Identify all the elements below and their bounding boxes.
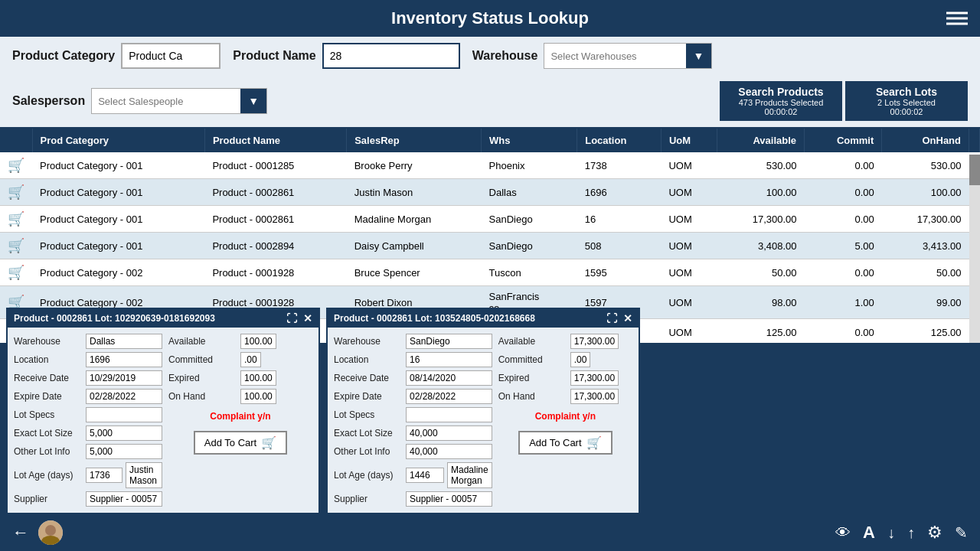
lot-popup-2-supplier-row: Supplier Supplier - 00057 bbox=[334, 491, 492, 507]
cart-cell[interactable]: 🛒 bbox=[0, 259, 32, 286]
font-icon[interactable]: A bbox=[863, 523, 875, 543]
product-name-cell: Product - 0001928 bbox=[204, 259, 346, 286]
prod-category-cell: Product Category - 001 bbox=[32, 152, 204, 179]
salesperson-input[interactable] bbox=[92, 89, 240, 113]
hamburger-menu[interactable] bbox=[946, 12, 968, 25]
up-arrow-icon[interactable]: ↑ bbox=[907, 524, 915, 542]
warehouse-dropdown-arrow[interactable]: ▼ bbox=[686, 44, 712, 68]
table-row: 🛒 Product Category - 001 Product - 00028… bbox=[0, 206, 980, 233]
warehouse-select[interactable]: ▼ bbox=[544, 43, 712, 69]
lot-popup-2-lotage-row: Lot Age (days) 1446 Madaline Morgan bbox=[334, 462, 492, 488]
lot-popup-2-committed-value: .00 bbox=[570, 352, 591, 367]
salesrep-cell: Justin Mason bbox=[347, 179, 482, 206]
app-header: Inventory Status Lookup bbox=[0, 0, 980, 37]
lot-popup-2-expired-value: 17,300.00 bbox=[570, 370, 619, 386]
lot-popup-1-add-to-cart-button[interactable]: Add To Cart 🛒 bbox=[194, 431, 287, 455]
settings-icon[interactable]: ⚙ bbox=[927, 523, 942, 543]
warehouse-label-2: Warehouse bbox=[334, 336, 403, 347]
location-cell: 16 bbox=[577, 206, 662, 233]
commit-cell: 1.00 bbox=[805, 286, 882, 319]
lot-popup-1-title: Product - 0002861 Lot: 102920639-0181692… bbox=[14, 313, 215, 324]
bottom-bar-left: ← bbox=[12, 520, 63, 545]
product-category-group: Product Category bbox=[12, 43, 220, 69]
product-name-label: Product Name bbox=[233, 49, 315, 63]
lot-popup-2-warehouse-row: Warehouse SanDiego bbox=[334, 334, 492, 349]
lot-popup-1-supplier-value: Supplier - 00057 bbox=[86, 491, 162, 507]
available-label-2: Available bbox=[498, 336, 567, 347]
lot-popup-1-available-row: Available 100.00 bbox=[168, 334, 276, 349]
committed-label: Committed bbox=[168, 354, 237, 365]
app-title: Inventory Status Lookup bbox=[391, 8, 589, 28]
lot-popup-1-warehouse-row: Warehouse Dallas bbox=[14, 334, 162, 349]
product-name-cell: Product - 0002894 bbox=[204, 233, 346, 259]
lot-popup-2-add-to-cart-button[interactable]: Add To Cart 🛒 bbox=[518, 431, 612, 455]
product-category-input[interactable] bbox=[121, 43, 220, 69]
lot-popup-1-complaint-text: Complaint y/n bbox=[210, 411, 270, 422]
lot-popup-1-right: Available 100.00 Committed .00 Expired 1… bbox=[168, 334, 312, 507]
whs-cell: SanDiego bbox=[482, 206, 577, 233]
warehouse-input[interactable] bbox=[544, 44, 685, 68]
lot-popup-2-close-icon[interactable]: ✕ bbox=[623, 312, 632, 324]
salesperson-select[interactable]: ▼ bbox=[91, 88, 267, 114]
col-uom: UoM bbox=[661, 129, 717, 152]
col-location: Location bbox=[577, 129, 662, 152]
product-name-input[interactable] bbox=[322, 43, 460, 69]
salesperson-group: Salesperson ▼ bbox=[12, 88, 267, 114]
salesperson-dropdown-arrow[interactable]: ▼ bbox=[240, 89, 266, 113]
cart-cell[interactable]: 🛒 bbox=[0, 152, 32, 179]
eye-icon[interactable]: 👁 bbox=[835, 524, 851, 542]
lot-popup-1-close-icon[interactable]: ✕ bbox=[303, 312, 312, 324]
whs-cell: Phoenix bbox=[482, 152, 577, 179]
prod-category-cell: Product Category - 002 bbox=[32, 259, 204, 286]
lot-popup-1-available-value: 100.00 bbox=[240, 334, 276, 349]
lotage-label-2: Lot Age (days) bbox=[334, 470, 403, 481]
table-row: 🛒 Product Category - 001 Product - 00012… bbox=[0, 152, 980, 179]
lot-popup-1-icons: ⛶ ✕ bbox=[286, 312, 312, 324]
product-name-group: Product Name bbox=[233, 43, 459, 69]
exactlotsize-label: Exact Lot Size bbox=[14, 428, 83, 439]
receivedate-label-2: Receive Date bbox=[334, 373, 403, 383]
cart-cell[interactable]: 🛒 bbox=[0, 179, 32, 206]
lot-popup-2-onhand-row: On Hand 17,300.00 bbox=[498, 389, 619, 404]
available-cell: 530.00 bbox=[717, 152, 805, 179]
edit-icon[interactable]: ✎ bbox=[955, 523, 968, 542]
lot-popup-2-location-row: Location 16 bbox=[334, 352, 492, 367]
back-button[interactable]: ← bbox=[12, 523, 29, 543]
search-lots-label: Search Lots bbox=[876, 86, 937, 98]
scrollbar-thumb[interactable] bbox=[969, 155, 980, 185]
exactlotsize-label-2: Exact Lot Size bbox=[334, 428, 403, 439]
cart-cell[interactable]: 🛒 bbox=[0, 206, 32, 233]
lot-popup-2-otherlotinfo-row: Other Lot Info 40,000 bbox=[334, 444, 492, 459]
lot-popup-2-left: Warehouse SanDiego Location 16 Receive D… bbox=[334, 334, 492, 507]
cart-icon-1: 🛒 bbox=[261, 435, 276, 450]
cart-cell[interactable]: 🛒 bbox=[0, 233, 32, 259]
lot-popup-2-icons: ⛶ ✕ bbox=[606, 312, 632, 324]
expired-label-2: Expired bbox=[498, 373, 567, 383]
col-available: Available bbox=[717, 129, 805, 152]
svg-point-1 bbox=[45, 525, 56, 536]
lot-popup-1-expiredate-value: 02/28/2022 bbox=[86, 389, 162, 404]
filter-bar: Product Category Product Name Warehouse … bbox=[0, 37, 980, 129]
expiredate-label-2: Expire Date bbox=[334, 391, 403, 402]
lot-popup-2-expand-icon[interactable]: ⛶ bbox=[606, 312, 617, 324]
lot-popup-1-exactlotsize-row: Exact Lot Size 5,000 bbox=[14, 425, 162, 441]
user-avatar[interactable] bbox=[38, 520, 63, 545]
search-products-button[interactable]: Search Products 473 Products Selected 00… bbox=[720, 81, 842, 121]
avatar-image bbox=[38, 520, 63, 545]
product-name-cell: Product - 0002861 bbox=[204, 179, 346, 206]
search-lots-button[interactable]: Search Lots 2 Lots Selected 00:00:02 bbox=[845, 81, 968, 121]
commit-cell: 0.00 bbox=[805, 179, 882, 206]
lot-popup-1-expand-icon[interactable]: ⛶ bbox=[286, 312, 297, 324]
down-arrow-icon[interactable]: ↓ bbox=[887, 524, 895, 542]
warehouse-label: Warehouse bbox=[14, 336, 83, 347]
scrollbar-track[interactable] bbox=[969, 155, 980, 343]
lot-popup-2-add-to-cart-container: Add To Cart 🛒 bbox=[498, 428, 632, 458]
col-commit: Commit bbox=[805, 129, 882, 152]
lot-popup-2-agent-value: Madaline Morgan bbox=[447, 462, 492, 488]
commit-cell: 0.00 bbox=[805, 319, 882, 344]
salesrep-cell: Daisy Campbell bbox=[347, 233, 482, 259]
onhand-cell: 3,413.00 bbox=[882, 233, 969, 259]
lot-popup-1-lotage-value: 1736 bbox=[86, 468, 122, 483]
expired-label: Expired bbox=[168, 373, 237, 383]
col-whs: Whs bbox=[482, 129, 577, 152]
